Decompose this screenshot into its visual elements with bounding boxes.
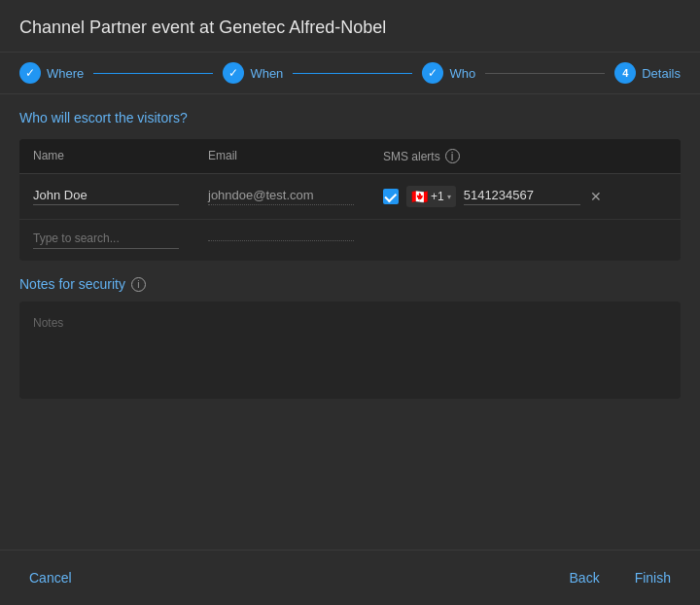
stepper: ✓ Where ✓ When ✓ Who 4 Details	[0, 53, 700, 94]
notes-section: Notes for security i Notes	[19, 276, 681, 399]
country-code: +1	[431, 190, 444, 203]
sms-info-icon[interactable]: i	[445, 149, 460, 163]
row-name: John Doe	[33, 188, 179, 205]
content-area: Who will escort the visitors? Name Email…	[0, 94, 700, 550]
cancel-button[interactable]: Cancel	[19, 564, 82, 591]
col-header-sms: SMS alerts i	[383, 149, 667, 163]
table-row: John Doe johndoe@test.com 🇨🇦 +1 ▾ ✕	[19, 174, 681, 220]
section-title: Who will escort the visitors?	[19, 110, 681, 125]
country-selector[interactable]: 🇨🇦 +1 ▾	[406, 186, 456, 207]
step-where-label: Where	[47, 66, 84, 81]
footer-right: Back Finish	[560, 564, 681, 591]
step-details-label: Details	[642, 66, 681, 81]
col-header-email: Email	[208, 149, 383, 163]
escort-table: Name Email SMS alerts i John Doe johndoe…	[19, 139, 681, 261]
clear-phone-button[interactable]: ✕	[588, 187, 604, 206]
col-header-name: Name	[33, 149, 208, 163]
dialog: Channel Partner event at Genetec Alfred-…	[0, 0, 700, 605]
step-when-label: When	[250, 66, 283, 81]
back-button[interactable]: Back	[560, 564, 610, 591]
title-bar: Channel Partner event at Genetec Alfred-…	[0, 0, 700, 53]
step-details-icon: 4	[614, 62, 636, 84]
chevron-down-icon: ▾	[447, 193, 451, 201]
step-when: ✓ When	[223, 62, 283, 84]
footer: Cancel Back Finish	[0, 550, 700, 605]
step-line-3	[485, 73, 605, 74]
canada-flag-icon: 🇨🇦	[411, 189, 428, 204]
step-where: ✓ Where	[19, 62, 84, 84]
row-email: johndoe@test.com	[208, 188, 354, 205]
step-who-label: Who	[449, 66, 475, 81]
search-row	[19, 220, 681, 261]
dialog-title: Channel Partner event at Genetec Alfred-…	[19, 18, 681, 38]
sms-cell: 🇨🇦 +1 ▾ ✕	[383, 186, 667, 207]
step-line-1	[93, 73, 213, 74]
notes-label: Notes for security i	[19, 276, 681, 292]
step-where-icon: ✓	[19, 62, 41, 84]
sms-checkbox[interactable]	[383, 189, 399, 204]
step-details: 4 Details	[614, 62, 681, 84]
notes-textarea-container[interactable]: Notes	[19, 302, 681, 399]
notes-placeholder: Notes	[33, 316, 63, 330]
notes-info-icon[interactable]: i	[131, 277, 146, 292]
table-header: Name Email SMS alerts i	[19, 139, 681, 174]
step-who: ✓ Who	[422, 62, 475, 84]
search-input[interactable]	[33, 231, 179, 249]
phone-input[interactable]	[464, 188, 580, 205]
finish-button[interactable]: Finish	[625, 564, 681, 591]
step-who-icon: ✓	[422, 62, 443, 84]
step-when-icon: ✓	[223, 62, 244, 84]
step-line-2	[293, 73, 412, 74]
search-underline	[208, 240, 354, 241]
